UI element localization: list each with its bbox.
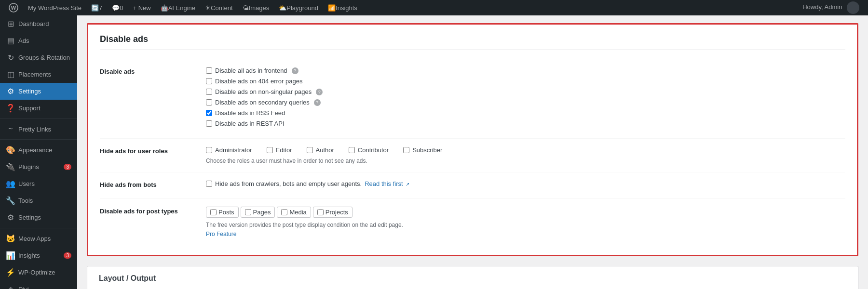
post-type-pages-label[interactable]: Pages <box>253 209 271 216</box>
sidebar-item-settings[interactable]: ⚙ Settings <box>0 83 77 100</box>
checkbox-404[interactable] <box>206 78 212 84</box>
wp-optimize-icon: ⚡ <box>6 268 15 277</box>
checkbox-rest-label[interactable]: Disable ads in REST API <box>215 120 285 127</box>
sidebar-item-divi[interactable]: ◈ Divi <box>0 281 77 289</box>
checkbox-role-contributor[interactable] <box>349 147 355 153</box>
checkbox-nonsingular-label[interactable]: Disable ads on non-singular pages <box>215 88 312 95</box>
sidebar-item-pretty-links[interactable]: ~ Pretty Links <box>0 121 77 137</box>
plugins-icon: 🔌 <box>6 162 15 171</box>
site-name[interactable]: My WordPress Site <box>23 0 86 15</box>
read-first-link[interactable]: Read this first ↗ <box>365 180 409 187</box>
checkbox-frontend[interactable] <box>206 67 212 74</box>
playground-item[interactable]: ⛅ Playground <box>274 0 323 15</box>
settings2-icon: ⚙ <box>6 213 15 222</box>
checkbox-role-editor[interactable] <box>267 147 273 153</box>
sidebar-item-plugins[interactable]: 🔌 Plugins 3 <box>0 158 77 175</box>
checkbox-post-type-pages[interactable] <box>245 209 251 215</box>
sidebar-item-appearance[interactable]: 🎨 Appearance <box>0 142 77 158</box>
post-type-posts-label[interactable]: Posts <box>218 209 234 216</box>
help-frontend-icon[interactable]: ? <box>292 67 298 74</box>
post-type-media-label[interactable]: Media <box>289 209 306 216</box>
section-title: Disable ads <box>100 34 845 50</box>
roles-list: Administrator Editor Author Contrib <box>206 146 845 154</box>
sidebar-item-wp-optimize[interactable]: ⚡ WP-Optimize <box>0 264 77 281</box>
post-type-media: Media <box>277 207 311 218</box>
sidebar-item-dashboard[interactable]: ⊞ Dashboard <box>0 15 77 32</box>
plugins-badge: 3 <box>64 164 71 170</box>
sidebar-item-meow-apps[interactable]: 🐱 Meow Apps <box>0 230 77 247</box>
images-item[interactable]: 🌤 Images <box>238 0 274 15</box>
checkbox-secondary-label[interactable]: Disable ads on secondary queries <box>215 99 310 106</box>
sidebar-item-placements[interactable]: ◫ Placements <box>0 66 77 83</box>
checkbox-secondary[interactable] <box>206 99 212 105</box>
content-item[interactable]: ☀ Content <box>200 0 238 15</box>
checkbox-role-administrator[interactable] <box>206 147 212 153</box>
sidebar-item-settings2[interactable]: ⚙ Settings <box>0 209 77 226</box>
checkbox-frontend-row: Disable all ads in frontend ? <box>206 67 845 74</box>
role-author: Author <box>307 146 334 154</box>
external-link-icon: ↗ <box>406 182 409 187</box>
comments-icon: 💬 <box>112 4 120 12</box>
checkbox-post-type-media[interactable] <box>281 209 287 215</box>
sidebar-item-groups-rotation[interactable]: ↻ Groups & Rotation <box>0 49 77 66</box>
checkbox-rss-row: Disable ads in RSS Feed <box>206 109 845 117</box>
howdy-text: Howdy, Admin <box>798 1 864 14</box>
users-icon: 👥 <box>6 179 15 188</box>
checkbox-rss-label[interactable]: Disable ads in RSS Feed <box>215 109 285 117</box>
updates-item[interactable]: 🔄 7 <box>86 0 107 15</box>
new-item[interactable]: + New <box>128 0 155 15</box>
checkbox-bots[interactable] <box>206 181 212 187</box>
post-type-projects: Projects <box>313 207 353 218</box>
sidebar-item-users[interactable]: 👥 Users <box>0 175 77 192</box>
post-types-list: Posts Pages Media Projects <box>206 207 845 218</box>
disable-ads-section: Disable ads Disable ads Disable all ads … <box>87 23 858 256</box>
role-author-label[interactable]: Author <box>316 146 334 154</box>
checkbox-post-type-posts[interactable] <box>210 209 217 215</box>
main-content: Disable ads Disable ads Disable all ads … <box>77 15 868 289</box>
checkbox-rss[interactable] <box>206 110 212 116</box>
appearance-icon: 🎨 <box>6 145 15 155</box>
ai-engine-icon: 🤖 <box>161 4 168 12</box>
pretty-links-icon: ~ <box>6 125 15 133</box>
role-administrator-label[interactable]: Administrator <box>215 146 252 154</box>
layout-output-section: Layout / Output <box>87 266 858 289</box>
role-editor-label[interactable]: Editor <box>276 146 292 154</box>
images-icon: 🌤 <box>243 4 249 12</box>
svg-text:W: W <box>11 5 16 11</box>
disable-ads-controls: Disable all ads in frontend ? Disable ad… <box>206 67 845 131</box>
role-subscriber-label[interactable]: Subscriber <box>412 146 442 154</box>
placements-icon: ◫ <box>6 70 15 79</box>
help-nonsingular-icon[interactable]: ? <box>316 89 323 95</box>
checkbox-bots-label[interactable]: Hide ads from crawlers, bots and empty u… <box>215 180 362 187</box>
sidebar-item-insights[interactable]: 📊 Insights 3 <box>0 247 77 264</box>
sidebar-item-tools[interactable]: 🔧 Tools <box>0 192 77 209</box>
checkbox-nonsingular-row: Disable ads on non-singular pages ? <box>206 88 845 95</box>
insights-sidebar-icon: 📊 <box>6 251 15 260</box>
checkbox-role-author[interactable] <box>307 147 313 153</box>
dashboard-icon: ⊞ <box>6 19 15 28</box>
checkbox-nonsingular[interactable] <box>206 89 212 95</box>
pro-feature-link[interactable]: Pro Feature <box>206 231 236 237</box>
checkbox-404-label[interactable]: Disable ads on 404 error pages <box>215 78 302 85</box>
tools-icon: 🔧 <box>6 196 15 205</box>
role-contributor-label[interactable]: Contributor <box>358 146 389 154</box>
checkbox-role-subscriber[interactable] <box>403 147 409 153</box>
checkbox-rest-row: Disable ads in REST API <box>206 120 845 127</box>
checkbox-rest[interactable] <box>206 120 212 127</box>
wp-logo[interactable]: W <box>4 3 23 13</box>
checkbox-post-type-projects[interactable] <box>317 209 324 215</box>
ai-engine-item[interactable]: 🤖 AI Engine <box>156 0 200 15</box>
role-administrator: Administrator <box>206 146 252 154</box>
divi-icon: ◈ <box>6 285 15 289</box>
hide-bots-label: Hide ads from bots <box>100 180 206 188</box>
sidebar-item-support[interactable]: ❓ Support <box>0 100 77 117</box>
checkbox-frontend-label[interactable]: Disable all ads in frontend <box>215 67 287 74</box>
insights-item[interactable]: 📶 Insights <box>323 0 362 15</box>
help-secondary-icon[interactable]: ? <box>314 99 321 106</box>
post-type-projects-label[interactable]: Projects <box>326 209 348 216</box>
insights-badge: 3 <box>64 252 71 259</box>
sidebar-item-ads[interactable]: ▤ Ads <box>0 32 77 49</box>
hide-bots-row: Hide ads from bots Hide ads from crawler… <box>100 172 845 199</box>
sidebar: ⊞ Dashboard ▤ Ads ↻ Groups & Rotation ◫ … <box>0 15 77 289</box>
comments-item[interactable]: 💬 0 <box>107 0 128 15</box>
